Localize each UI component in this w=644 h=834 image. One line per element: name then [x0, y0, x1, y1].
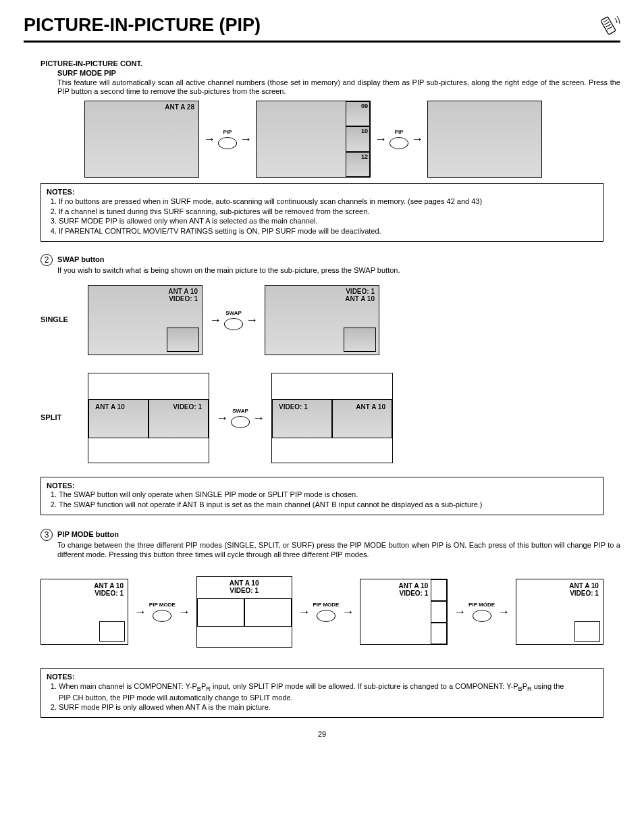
- swap-text: If you wish to switch what is being show…: [57, 266, 620, 276]
- surf-text: This feature will automatically scan all…: [57, 78, 620, 97]
- surf-flow-2: → PIP →: [375, 129, 423, 149]
- page-title: PICTURE-IN-PICTURE (PIP): [24, 14, 261, 37]
- split-tv-before: ANT A 10 VIDEO: 1: [88, 373, 209, 463]
- pipmode-button-2[interactable]: [317, 610, 336, 622]
- step-2-circle: 2: [41, 254, 53, 266]
- split-label: SPLIT: [41, 413, 81, 423]
- step-3-circle: 3: [41, 529, 53, 541]
- surf-flow-1: → PIP →: [203, 129, 252, 149]
- pipmode-tv-3: ANT A 10 VIDEO: 1: [360, 579, 448, 645]
- pipmode-title: PIP MODE button: [57, 530, 119, 538]
- surf-strip: 09 10 12: [346, 101, 370, 177]
- swap-button-split[interactable]: [231, 416, 250, 428]
- pip-btn-label-1: PIP: [223, 129, 232, 136]
- remote-icon: [596, 14, 620, 38]
- pipmode-section: 3 PIP MODE button To change between the …: [24, 529, 620, 648]
- notes-label-2: NOTES:: [47, 481, 84, 491]
- notes-label-3: NOTES:: [47, 673, 84, 682]
- cont-heading: PICTURE-IN-PICTURE CONT.: [41, 59, 620, 69]
- swap-title: SWAP button: [57, 255, 104, 263]
- surf-heading: SURF MODE PIP: [57, 69, 620, 78]
- pipmode-tv-4: ANT A 10 VIDEO: 1: [516, 579, 603, 645]
- surf-note-2: If a channel is tuned during this SURF s…: [59, 207, 572, 217]
- pipmode-diagram: ANT A 10 VIDEO: 1 → PIP MODE → ANT A 10 …: [41, 576, 603, 648]
- pipmode-notes: NOTES: When main channel is COMPONENT: Y…: [41, 668, 603, 718]
- swap-button-single[interactable]: [224, 318, 243, 330]
- pipmode-tv-2: ANT A 10 VIDEO: 1: [196, 576, 292, 648]
- surf-notes: NOTES: If no buttons are pressed when in…: [41, 183, 603, 242]
- pipmode-note-2: SURF mode PIP is only allowed when ANT A…: [59, 703, 572, 712]
- pip-btn-label-2: PIP: [395, 129, 404, 136]
- surf-tv-2: 09 10 12: [256, 101, 371, 178]
- swap-split-row: SPLIT ANT A 10 VIDEO: 1 → SWAP → VIDEO: …: [41, 373, 620, 463]
- swap-notes: NOTES: The SWAP button will only operate…: [41, 477, 603, 515]
- pip-button-1[interactable]: [218, 137, 237, 149]
- single-label: SINGLE: [41, 315, 81, 325]
- surf-tv-1-label: ANT A 28: [165, 103, 194, 111]
- notes-label-1: NOTES:: [47, 188, 84, 197]
- pipmode-note-1: When main channel is COMPONENT: Y-PBPR i…: [59, 682, 572, 702]
- pip-button-2[interactable]: [390, 137, 408, 149]
- surf-note-3: SURF MODE PIP is allowed only when ANT A…: [59, 217, 572, 226]
- pipmode-button-3[interactable]: [473, 610, 491, 622]
- surf-tv-1: ANT A 28: [84, 101, 199, 178]
- surf-diagram: ANT A 28 → PIP → 09 10 12 → PIP →: [84, 101, 620, 178]
- swap-single-row: SINGLE ANT A 10 VIDEO: 1 → SWAP →: [41, 285, 620, 355]
- surf-note-4: If PARENTAL CONTROL MOVIE/TV RATINGS set…: [59, 227, 572, 236]
- single-tv-after: VIDEO: 1 ANT A 10: [265, 285, 379, 355]
- page-header: PICTURE-IN-PICTURE (PIP): [24, 14, 620, 43]
- single-tv-before: ANT A 10 VIDEO: 1: [88, 285, 203, 355]
- page-number: 29: [24, 730, 620, 739]
- pipmode-tv-1: ANT A 10 VIDEO: 1: [41, 579, 128, 645]
- pipmode-button-1[interactable]: [153, 610, 171, 622]
- swap-section: 2 SWAP button If you wish to switch what…: [24, 254, 620, 463]
- swap-note-2: The SWAP function will not operate if AN…: [59, 500, 572, 510]
- swap-note-1: The SWAP button will only operate when S…: [59, 490, 572, 500]
- split-tv-after: VIDEO: 1 ANT A 10: [271, 373, 393, 463]
- pipmode-text: To change between the three different PI…: [57, 541, 620, 560]
- surf-note-1: If no buttons are pressed when in SURF m…: [59, 197, 572, 207]
- surf-tv-3: [427, 101, 542, 178]
